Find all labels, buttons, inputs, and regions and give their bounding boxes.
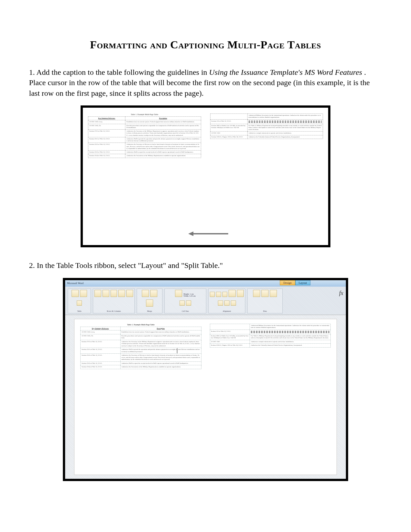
table-row: 10 USC 1000, Ch.Provides procedures and … <box>81 334 201 340</box>
align-ml-button[interactable] <box>218 300 223 306</box>
step-2: 2. In the Table Tools ribbon, select "La… <box>29 260 382 271</box>
figure-1: Table 1. Example Multi-Page Table Key St… <box>81 105 330 247</box>
align-tr-button[interactable] <box>222 292 227 297</box>
fig1-header-ref: Key Statutory Reference <box>88 117 125 120</box>
sort-button[interactable] <box>253 290 260 297</box>
table-row: Authorized Military Secretaries for the … <box>210 114 323 120</box>
table-row: Section 2552 of Title 10, U.S.C.Authoriz… <box>88 143 201 151</box>
fig2-table-right: Authorized Military Secretaries for the … <box>210 324 331 348</box>
table-row: Section 2553 of Title 10, U.S.C.Authoriz… <box>81 361 201 365</box>
arrow-indicator-icon <box>190 232 228 236</box>
table-row: 10 USC 1000 et seq.Establishes laws for … <box>81 330 201 334</box>
ribbon-layout: Table Rows & Columns Merge <box>65 287 346 315</box>
window-title: Microsoft Word <box>67 282 83 285</box>
group-alignment: Alignment <box>208 289 245 313</box>
table-row: 10 USC 1000, Ch.Provides procedures and … <box>88 124 201 130</box>
group-table: Table <box>68 289 91 313</box>
align-mc-button[interactable] <box>224 300 230 306</box>
repeat-header-button[interactable] <box>261 290 269 297</box>
step-1-text-a: Add the caption to the table following t… <box>36 68 209 76</box>
width-field[interactable]: Width: 3.25 cm <box>183 295 195 297</box>
fig1-table-page2: Authorized Military Secretaries for the … <box>210 113 323 139</box>
align-mr-button[interactable] <box>231 300 236 306</box>
fig1-page-2: Authorized Military Secretaries for the … <box>210 113 323 239</box>
table-row: Section 220511, Chapter 2205 of Title 36… <box>210 135 323 139</box>
convert-to-text-button[interactable] <box>270 290 277 297</box>
delete-button[interactable] <box>94 290 101 297</box>
tab-layout[interactable]: Layout <box>295 280 311 285</box>
table-row: Section 510 of Title 32, U.S.C. <box>210 119 323 124</box>
table-row: Section 510 of Title 32, U.S.C. <box>210 330 331 334</box>
table-row: 32 USC 1000Authorizes example statements… <box>210 132 323 135</box>
autofit-button[interactable] <box>175 290 182 297</box>
table-row: Section 2731 to Title 10, U.S.C.Authoriz… <box>88 130 201 137</box>
table-row: 32 USC 1000Authorizes example statements… <box>210 340 331 344</box>
page-title: Formatting and Captioning Multi-Page Tab… <box>29 39 382 51</box>
table-row: 10 USC 1000 et seq.Establishes laws for … <box>88 120 201 124</box>
properties-button[interactable] <box>77 300 82 306</box>
tab-design[interactable]: Design <box>280 280 295 285</box>
document-area: Table 1. Example Multi-Page Table Key St… <box>65 315 346 479</box>
cell-margins-button[interactable] <box>237 290 244 297</box>
step-2-text: In the Table Tools ribbon, select "Layou… <box>37 261 223 270</box>
view-gridlines-button[interactable] <box>80 290 87 297</box>
fig1-page-1: Table 1. Example Multi-Page Table Key St… <box>88 113 201 239</box>
step-1-doc-title: Using the Issuance Template's MS Word Fe… <box>209 68 362 76</box>
table-row: Section 2731 to Title 10, U.S.C.Authoriz… <box>81 340 201 348</box>
group-cell-size: Height: 1 cm Width: 3.25 cm Cell Size <box>164 289 206 313</box>
table-tools-tabs: Design Layout <box>280 280 310 285</box>
split-cells-button[interactable] <box>150 290 157 297</box>
distribute-rows-button[interactable] <box>180 300 185 306</box>
group-rows-columns: Rows & Columns <box>93 289 135 313</box>
insert-below-button[interactable] <box>111 290 117 297</box>
table-row: Section 5802 of Public Law 102-484, as a… <box>210 124 323 132</box>
step-1: 1. Add the caption to the table followin… <box>29 67 382 98</box>
step-1-number: 1. <box>29 68 35 76</box>
text-direction-button[interactable] <box>229 290 235 297</box>
insert-above-button[interactable] <box>103 290 109 297</box>
table-row: Section 5802 of Public Law 102-484, as a… <box>210 334 331 340</box>
document-sheet: Table 1. Example Multi-Page Table Key St… <box>74 319 337 475</box>
fig1-table-page1: Key Statutory Reference Description 10 U… <box>88 116 201 158</box>
select-button[interactable] <box>72 290 79 297</box>
split-table-button[interactable] <box>146 300 153 307</box>
figure-2: Microsoft Word Design Layout fx Table <box>63 278 348 481</box>
align-tl-button[interactable] <box>210 292 215 297</box>
merge-cells-button[interactable] <box>142 290 149 297</box>
insert-left-button[interactable] <box>118 290 125 297</box>
formula-icon[interactable]: fx <box>339 290 343 297</box>
table-row: Section 2554 of Title 10, U.S.C.Authoriz… <box>81 365 201 369</box>
table-row: Section 2553 of Title 10, U.S.C.Authoriz… <box>88 151 201 154</box>
step-2-number: 2. <box>29 261 35 270</box>
table-row: Section 2551 of Title 10, U.S.C.Authoriz… <box>81 348 201 354</box>
insert-right-button[interactable] <box>126 290 133 297</box>
table-row: Authorized Military Secretaries for the … <box>210 324 331 330</box>
fig2-table-left: Key Statutory ReferenceDescription 10 US… <box>80 327 201 369</box>
align-tc-button[interactable] <box>216 292 221 297</box>
distribute-columns-button[interactable] <box>186 300 191 306</box>
table-row: Section 2554 of Title 10, U.S.C.Authoriz… <box>88 154 201 158</box>
fig1-header-desc: Description <box>125 117 201 120</box>
fig1-table-caption: Table 1. Example Multi-Page Table <box>88 113 201 115</box>
fig2-table-caption: Table 1. Example Multi-Page Table <box>80 324 201 326</box>
table-row: Section 2551 of Title 10, U.S.C.Authoriz… <box>88 137 201 143</box>
group-data: Data <box>247 289 283 313</box>
table-row: Section 220511, Chapter 2205 of Title 36… <box>210 344 331 348</box>
group-merge: Merge <box>137 289 162 313</box>
table-row: Section 2552 of Title 10, U.S.C.Authoriz… <box>81 354 201 362</box>
